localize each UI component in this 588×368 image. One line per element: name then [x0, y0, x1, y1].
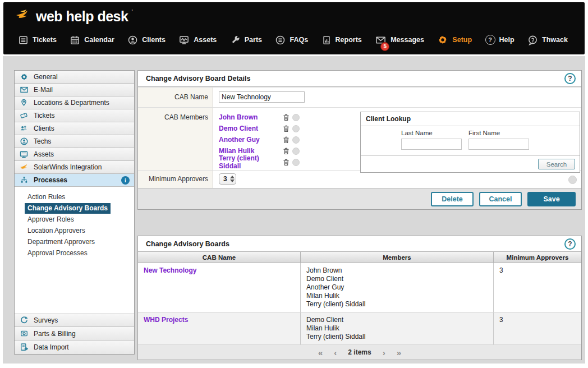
help-icon[interactable]: ? [564, 238, 576, 250]
nav-faqs[interactable]: FAQs [275, 35, 308, 45]
client-lookup-title: Client Lookup [361, 112, 580, 126]
first-name-label: First Name [468, 130, 529, 136]
info-icon[interactable]: i [121, 176, 130, 185]
sidebar-item-label: Techs [34, 137, 51, 145]
last-name-label: Last Name [401, 130, 462, 136]
members-cell: John Brown Demo Client Another Guy Milan… [301, 263, 494, 312]
cab-members-row: CAB Members John Brown Demo Client [138, 107, 581, 170]
cancel-button[interactable]: Cancel [479, 192, 522, 206]
cab-name-link[interactable]: New Technology [138, 263, 301, 312]
sidebar-item-label: E-Mail [34, 86, 53, 94]
min-approvers-stepper[interactable]: 3 [219, 173, 236, 185]
trash-icon[interactable] [283, 125, 290, 132]
member-name: Terry (client) Siddall [306, 333, 488, 341]
delete-button[interactable]: Delete [431, 192, 474, 206]
trash-icon[interactable] [283, 148, 290, 155]
setup-sidebar: General E-Mail Locations & Departments [14, 70, 135, 355]
trash-icon[interactable] [283, 114, 290, 121]
detail-actions-bar: Delete Cancel Save [138, 188, 581, 209]
next-page-icon[interactable]: › [383, 348, 385, 357]
column-header-cab-name[interactable]: CAB Name [138, 252, 301, 263]
min-approvers-label: Minimum Approvers [138, 171, 213, 188]
sidebar-item-solarwinds-integration[interactable]: SolarWinds Integration [15, 161, 134, 174]
column-header-members[interactable]: Members [301, 252, 494, 263]
nav-calendar[interactable]: Calendar [70, 35, 114, 45]
disabled-info-icon [292, 159, 300, 166]
sidebar-item-processes[interactable]: Processes i [15, 174, 134, 187]
nav-label: Assets [194, 36, 217, 44]
nav-thwack[interactable]: Thwack [527, 35, 568, 45]
nav-parts[interactable]: Parts [230, 35, 262, 45]
nav-help[interactable]: ? Help [485, 35, 514, 45]
stepper-arrows-icon [230, 176, 235, 182]
first-name-input[interactable] [468, 139, 529, 150]
sidebar-item-techs[interactable]: Techs [15, 135, 134, 148]
nav-label: Clients [142, 36, 166, 44]
envelope-icon [19, 85, 29, 94]
member-name: Milan Hulik [306, 292, 488, 300]
sidebar-item-general[interactable]: General [15, 71, 134, 84]
content-area: General E-Mail Locations & Departments [3, 56, 585, 364]
member-link[interactable]: Another Guy [219, 136, 283, 144]
nav-assets[interactable]: Assets [178, 35, 217, 45]
sidebar-item-clients[interactable]: Clients [15, 122, 134, 135]
speech-bubble-icon [527, 35, 538, 45]
unread-count-badge: 5 [380, 42, 389, 51]
nav-setup[interactable]: Setup [437, 34, 472, 45]
last-name-input[interactable] [401, 139, 462, 150]
member-link[interactable]: Demo Client [219, 125, 283, 132]
web-help-desk-app: web help desk ' Tickets Calendar [0, 0, 588, 368]
sidebar-item-assets[interactable]: Assets [15, 148, 134, 161]
sidebar-item-surveys[interactable]: Surveys [15, 314, 134, 327]
last-name-field-group: Last Name [401, 130, 462, 150]
subitem-change-advisory-boards[interactable]: Change Advisory Boards [25, 203, 111, 214]
wrench-icon [230, 35, 241, 45]
sidebar-item-email[interactable]: E-Mail [15, 84, 134, 96]
previous-page-icon[interactable]: ‹ [334, 348, 337, 357]
disabled-info-icon [292, 148, 300, 155]
members-cell: Demo Client Milan Hulik Terry (client) S… [301, 312, 494, 344]
min-approvers-cell: 3 [494, 312, 581, 344]
sidebar-item-label: Assets [34, 150, 54, 158]
member-link[interactable]: John Brown [219, 113, 283, 121]
sidebar-item-locations-departments[interactable]: Locations & Departments [15, 96, 134, 109]
search-button[interactable]: Search [538, 159, 575, 169]
nav-reports[interactable]: Reports [321, 35, 362, 45]
trash-icon[interactable] [283, 159, 290, 166]
sidebar-item-label: Clients [34, 125, 54, 132]
sidebar-item-data-import[interactable]: Data Import [15, 341, 134, 354]
last-page-icon[interactable]: » [397, 348, 401, 357]
logo[interactable]: web help desk ' [16, 8, 133, 25]
tickets-icon [18, 35, 29, 45]
subitem-approval-processes[interactable]: Approval Processes [25, 248, 90, 259]
sidebar-item-label: Tickets [34, 112, 55, 119]
sidebar-item-tickets[interactable]: Tickets [15, 109, 134, 122]
member-name: John Brown [306, 266, 488, 275]
nav-label: Thwack [542, 36, 568, 44]
member-link[interactable]: Terry (client) Siddall [219, 154, 283, 170]
people-icon [19, 124, 29, 133]
cab-name-input[interactable] [219, 91, 305, 103]
save-button[interactable]: Save [527, 192, 576, 206]
first-page-icon[interactable]: « [318, 348, 323, 357]
trash-icon[interactable] [283, 136, 290, 144]
sidebar-item-label: SolarWinds Integration [34, 163, 102, 171]
help-icon[interactable]: ? [564, 73, 576, 84]
sidebar-item-parts-billing[interactable]: Parts & Billing [15, 327, 134, 341]
member-link[interactable]: Milan Hulik [219, 147, 283, 155]
column-header-min-approvers[interactable]: Minimum Approvers [494, 252, 581, 263]
gear-icon [19, 72, 29, 81]
nav-tickets[interactable]: Tickets [18, 35, 57, 45]
subitem-location-approvers[interactable]: Location Approvers [25, 226, 88, 236]
logo-trademark: ' [131, 8, 132, 16]
member-name: Demo Client [306, 316, 488, 324]
subitem-department-approvers[interactable]: Department Approvers [25, 237, 98, 247]
nav-clients[interactable]: Clients [127, 35, 166, 45]
first-name-field-group: First Name [468, 130, 529, 150]
subitem-action-rules[interactable]: Action Rules [25, 192, 68, 203]
member-name: Demo Client [306, 275, 488, 283]
cab-name-link[interactable]: WHD Projects [138, 312, 301, 344]
subitem-approver-roles[interactable]: Approver Roles [25, 214, 77, 225]
nav-messages[interactable]: 5 Messages [375, 35, 424, 45]
billing-box-icon [19, 329, 29, 338]
